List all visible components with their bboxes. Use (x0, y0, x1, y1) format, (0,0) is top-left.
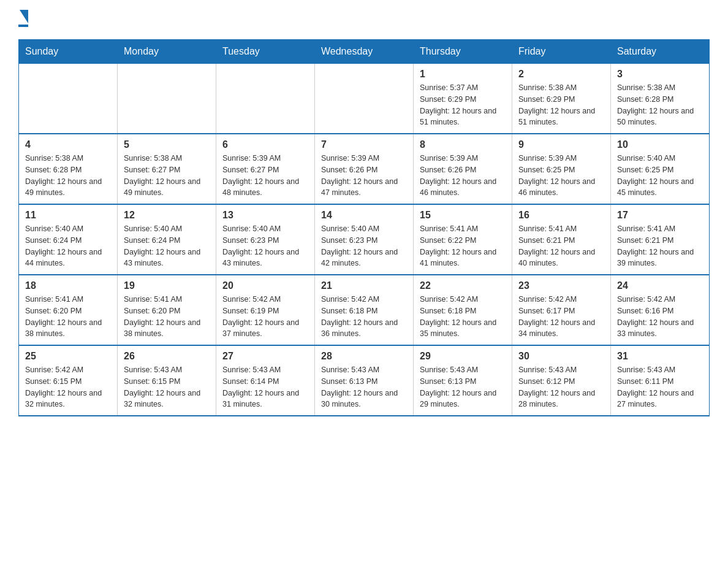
day-number: 31 (617, 351, 703, 362)
day-number: 26 (124, 351, 210, 362)
calendar-week-row: 11Sunrise: 5:40 AMSunset: 6:24 PMDayligh… (19, 204, 710, 275)
day-number: 29 (420, 351, 506, 362)
day-info: Sunrise: 5:40 AMSunset: 6:25 PMDaylight:… (617, 153, 703, 199)
calendar-cell: 5Sunrise: 5:38 AMSunset: 6:27 PMDaylight… (118, 134, 216, 204)
day-number: 7 (321, 139, 407, 150)
day-info: Sunrise: 5:43 AMSunset: 6:12 PMDaylight:… (518, 364, 604, 410)
day-number: 16 (518, 210, 604, 221)
day-info: Sunrise: 5:39 AMSunset: 6:26 PMDaylight:… (420, 153, 506, 199)
calendar-cell: 23Sunrise: 5:42 AMSunset: 6:17 PMDayligh… (512, 275, 611, 345)
calendar-cell: 22Sunrise: 5:42 AMSunset: 6:18 PMDayligh… (414, 275, 512, 345)
day-number: 3 (617, 69, 703, 80)
page-header (18, 12, 710, 27)
calendar-cell (315, 64, 414, 134)
day-info: Sunrise: 5:40 AMSunset: 6:23 PMDaylight:… (222, 223, 308, 269)
day-number: 8 (420, 139, 506, 150)
calendar-cell: 3Sunrise: 5:38 AMSunset: 6:28 PMDaylight… (611, 64, 710, 134)
day-info: Sunrise: 5:43 AMSunset: 6:15 PMDaylight:… (124, 364, 210, 410)
day-number: 28 (321, 351, 407, 362)
calendar-cell: 7Sunrise: 5:39 AMSunset: 6:26 PMDaylight… (315, 134, 414, 204)
calendar-cell: 6Sunrise: 5:39 AMSunset: 6:27 PMDaylight… (216, 134, 315, 204)
day-number: 20 (222, 280, 308, 291)
day-number: 2 (518, 69, 604, 80)
day-info: Sunrise: 5:37 AMSunset: 6:29 PMDaylight:… (420, 82, 506, 128)
day-info: Sunrise: 5:42 AMSunset: 6:19 PMDaylight:… (222, 294, 308, 340)
calendar-cell (19, 64, 118, 134)
day-info: Sunrise: 5:39 AMSunset: 6:27 PMDaylight:… (222, 153, 308, 199)
day-number: 15 (420, 210, 506, 221)
day-number: 30 (518, 351, 604, 362)
day-number: 23 (518, 280, 604, 291)
calendar-cell: 17Sunrise: 5:41 AMSunset: 6:21 PMDayligh… (611, 204, 710, 275)
day-number: 19 (124, 280, 210, 291)
logo (18, 12, 28, 27)
logo-triangle-icon (20, 10, 28, 23)
day-info: Sunrise: 5:39 AMSunset: 6:26 PMDaylight:… (321, 153, 407, 199)
calendar-cell: 1Sunrise: 5:37 AMSunset: 6:29 PMDaylight… (414, 64, 512, 134)
day-info: Sunrise: 5:41 AMSunset: 6:22 PMDaylight:… (420, 223, 506, 269)
day-info: Sunrise: 5:42 AMSunset: 6:18 PMDaylight:… (420, 294, 506, 340)
day-number: 22 (420, 280, 506, 291)
weekday-header-monday: Monday (118, 40, 216, 64)
calendar-cell: 14Sunrise: 5:40 AMSunset: 6:23 PMDayligh… (315, 204, 414, 275)
day-info: Sunrise: 5:42 AMSunset: 6:15 PMDaylight:… (25, 364, 111, 410)
calendar-body: 1Sunrise: 5:37 AMSunset: 6:29 PMDaylight… (19, 64, 710, 416)
day-info: Sunrise: 5:38 AMSunset: 6:28 PMDaylight:… (25, 153, 111, 199)
day-info: Sunrise: 5:40 AMSunset: 6:24 PMDaylight:… (124, 223, 210, 269)
calendar-week-row: 18Sunrise: 5:41 AMSunset: 6:20 PMDayligh… (19, 275, 710, 345)
calendar-cell: 15Sunrise: 5:41 AMSunset: 6:22 PMDayligh… (414, 204, 512, 275)
day-info: Sunrise: 5:40 AMSunset: 6:23 PMDaylight:… (321, 223, 407, 269)
weekday-header-sunday: Sunday (19, 40, 118, 64)
weekday-header-thursday: Thursday (414, 40, 512, 64)
calendar-cell (118, 64, 216, 134)
day-number: 14 (321, 210, 407, 221)
calendar-cell: 2Sunrise: 5:38 AMSunset: 6:29 PMDaylight… (512, 64, 611, 134)
calendar-cell: 27Sunrise: 5:43 AMSunset: 6:14 PMDayligh… (216, 345, 315, 416)
calendar-week-row: 1Sunrise: 5:37 AMSunset: 6:29 PMDaylight… (19, 64, 710, 134)
day-number: 4 (25, 139, 111, 150)
calendar-cell: 4Sunrise: 5:38 AMSunset: 6:28 PMDaylight… (19, 134, 118, 204)
day-number: 24 (617, 280, 703, 291)
logo-underline (18, 25, 28, 27)
calendar-cell: 29Sunrise: 5:43 AMSunset: 6:13 PMDayligh… (414, 345, 512, 416)
day-info: Sunrise: 5:40 AMSunset: 6:24 PMDaylight:… (25, 223, 111, 269)
day-info: Sunrise: 5:43 AMSunset: 6:14 PMDaylight:… (222, 364, 308, 410)
calendar-cell (216, 64, 315, 134)
day-number: 9 (518, 139, 604, 150)
weekday-header-tuesday: Tuesday (216, 40, 315, 64)
calendar-cell: 21Sunrise: 5:42 AMSunset: 6:18 PMDayligh… (315, 275, 414, 345)
weekday-header-wednesday: Wednesday (315, 40, 414, 64)
day-number: 6 (222, 139, 308, 150)
day-info: Sunrise: 5:41 AMSunset: 6:21 PMDaylight:… (617, 223, 703, 269)
day-number: 11 (25, 210, 111, 221)
day-info: Sunrise: 5:43 AMSunset: 6:13 PMDaylight:… (321, 364, 407, 410)
day-info: Sunrise: 5:42 AMSunset: 6:17 PMDaylight:… (518, 294, 604, 340)
day-number: 18 (25, 280, 111, 291)
day-number: 25 (25, 351, 111, 362)
weekday-header-row: SundayMondayTuesdayWednesdayThursdayFrid… (19, 40, 710, 64)
day-number: 21 (321, 280, 407, 291)
calendar-cell: 24Sunrise: 5:42 AMSunset: 6:16 PMDayligh… (611, 275, 710, 345)
day-number: 12 (124, 210, 210, 221)
day-info: Sunrise: 5:38 AMSunset: 6:28 PMDaylight:… (617, 82, 703, 128)
calendar-cell: 11Sunrise: 5:40 AMSunset: 6:24 PMDayligh… (19, 204, 118, 275)
day-number: 27 (222, 351, 308, 362)
day-info: Sunrise: 5:42 AMSunset: 6:18 PMDaylight:… (321, 294, 407, 340)
calendar-week-row: 4Sunrise: 5:38 AMSunset: 6:28 PMDaylight… (19, 134, 710, 204)
day-info: Sunrise: 5:38 AMSunset: 6:27 PMDaylight:… (124, 153, 210, 199)
calendar-cell: 30Sunrise: 5:43 AMSunset: 6:12 PMDayligh… (512, 345, 611, 416)
calendar-cell: 20Sunrise: 5:42 AMSunset: 6:19 PMDayligh… (216, 275, 315, 345)
calendar-cell: 19Sunrise: 5:41 AMSunset: 6:20 PMDayligh… (118, 275, 216, 345)
weekday-header-saturday: Saturday (611, 40, 710, 64)
calendar-cell: 10Sunrise: 5:40 AMSunset: 6:25 PMDayligh… (611, 134, 710, 204)
day-number: 17 (617, 210, 703, 221)
day-info: Sunrise: 5:42 AMSunset: 6:16 PMDaylight:… (617, 294, 703, 340)
day-info: Sunrise: 5:41 AMSunset: 6:21 PMDaylight:… (518, 223, 604, 269)
calendar-cell: 25Sunrise: 5:42 AMSunset: 6:15 PMDayligh… (19, 345, 118, 416)
calendar-cell: 13Sunrise: 5:40 AMSunset: 6:23 PMDayligh… (216, 204, 315, 275)
day-number: 10 (617, 139, 703, 150)
calendar-cell: 18Sunrise: 5:41 AMSunset: 6:20 PMDayligh… (19, 275, 118, 345)
day-number: 13 (222, 210, 308, 221)
day-number: 1 (420, 69, 506, 80)
calendar-cell: 28Sunrise: 5:43 AMSunset: 6:13 PMDayligh… (315, 345, 414, 416)
